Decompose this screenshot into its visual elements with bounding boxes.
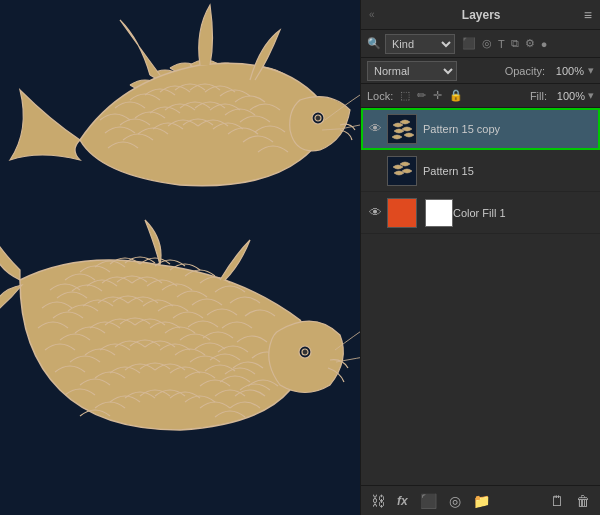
delete-layer-button[interactable]: 🗑 <box>574 491 592 511</box>
layer-visibility-colorfill1[interactable]: 👁 <box>367 205 383 221</box>
canvas-image <box>0 0 360 515</box>
layer-mask-colorfill <box>425 199 453 227</box>
layer-item-pattern15[interactable]: Pattern 15 <box>361 150 600 192</box>
blend-opacity-row: Normal Opacity: 100% ▾ <box>361 58 600 84</box>
layer-visibility-pattern15copy[interactable]: 👁 <box>367 121 383 137</box>
lock-all-btn[interactable]: 🔒 <box>447 88 465 103</box>
fill-chevron[interactable]: ▾ <box>588 89 594 102</box>
layer-name-pattern15: Pattern 15 <box>423 165 594 177</box>
eye-icon: 👁 <box>369 121 382 136</box>
layer-name-pattern15copy: Pattern 15 copy <box>423 123 594 135</box>
link-layers-button[interactable]: ⛓ <box>369 491 387 511</box>
panel-header: « Layers ≡ <box>361 0 600 30</box>
new-group-button[interactable]: 📁 <box>471 491 492 511</box>
fill-value: 100% <box>550 90 585 102</box>
layer-visibility-pattern15[interactable] <box>367 163 383 179</box>
lock-position-btn[interactable]: ✛ <box>431 88 444 103</box>
filter-row: 🔍 Kind ⬛ ◎ T ⧉ ⚙ ● <box>361 30 600 58</box>
layer-item-pattern15copy[interactable]: 👁 Pattern 15 copy <box>361 108 600 150</box>
layer-thumb-pattern15copy <box>387 114 417 144</box>
layer-thumb-pattern15 <box>387 156 417 186</box>
lock-transparency-btn[interactable]: ⬚ <box>398 88 412 103</box>
filter-type-icon[interactable]: T <box>497 37 506 51</box>
filter-pixel-icon[interactable]: ⬛ <box>461 36 477 51</box>
filter-type-icons: ⬛ ◎ T ⧉ ⚙ ● <box>461 36 548 51</box>
filter-active-icon[interactable]: ● <box>540 37 549 51</box>
filter-shape-icon[interactable]: ⧉ <box>510 36 520 51</box>
fill-label: Fill: <box>530 90 547 102</box>
opacity-chevron[interactable]: ▾ <box>588 64 594 77</box>
new-fill-layer-button[interactable]: ◎ <box>447 491 463 511</box>
filter-kind-icon: 🔍 <box>367 37 381 50</box>
svg-point-3 <box>315 115 321 121</box>
collapse-icon[interactable]: « <box>369 9 375 20</box>
canvas-area <box>0 0 360 515</box>
layer-name-colorfill1: Color Fill 1 <box>453 207 594 219</box>
filter-kind-select[interactable]: Kind <box>385 34 455 54</box>
panel-title: Layers <box>462 8 501 22</box>
filter-smart-icon[interactable]: ⚙ <box>524 36 536 51</box>
layers-list: 👁 Pattern 15 copy <box>361 108 600 485</box>
opacity-value: 100% <box>549 65 584 77</box>
layer-thumb-colorfill <box>387 198 417 228</box>
layer-effects-button[interactable]: fx <box>395 492 410 510</box>
filter-adjustment-icon[interactable]: ◎ <box>481 36 493 51</box>
blend-mode-select[interactable]: Normal <box>367 61 457 81</box>
lock-label: Lock: <box>367 90 393 102</box>
layer-mask-button[interactable]: ⬛ <box>418 491 439 511</box>
panel-menu-button[interactable]: ≡ <box>584 7 592 23</box>
eye-icon-colorfill: 👁 <box>369 205 382 220</box>
opacity-label: Opacity: <box>505 65 545 77</box>
layers-toolbar: ⛓ fx ⬛ ◎ 📁 🗒 🗑 <box>361 485 600 515</box>
lock-fill-row: Lock: ⬚ ✏ ✛ 🔒 Fill: 100% ▾ <box>361 84 600 108</box>
lock-image-btn[interactable]: ✏ <box>415 88 428 103</box>
svg-point-5 <box>302 349 308 355</box>
new-layer-button[interactable]: 🗒 <box>548 491 566 511</box>
layer-item-colorfill1[interactable]: 👁 Color Fill 1 <box>361 192 600 234</box>
layers-panel: « Layers ≡ 🔍 Kind ⬛ ◎ T ⧉ ⚙ ● Normal Opa… <box>360 0 600 515</box>
